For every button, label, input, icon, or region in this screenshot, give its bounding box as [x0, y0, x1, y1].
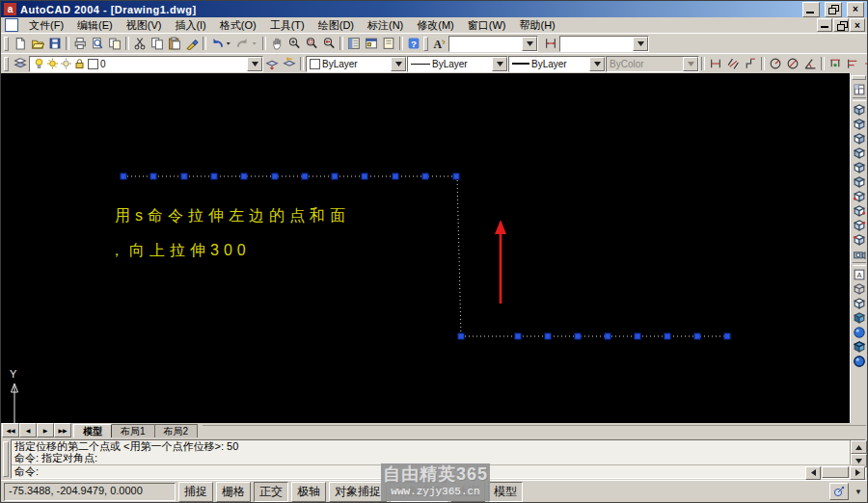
command-history[interactable]: 指定位移的第二个点或 <用第一个点作位移>: 50命令: 指定对角点:	[12, 440, 850, 464]
iso-sw-icon[interactable]	[852, 189, 867, 203]
menu-item-7[interactable]: 标注(N)	[361, 17, 410, 34]
shade-gouraud-edges-icon[interactable]	[852, 354, 867, 368]
color-control-combo[interactable]: ByLayer	[306, 56, 407, 72]
zoom-previous-icon[interactable]	[320, 37, 338, 51]
view-right-icon[interactable]	[852, 146, 867, 160]
status-toggle-grid[interactable]: 栅格	[216, 482, 251, 502]
scrollbar-thumb[interactable]	[822, 466, 849, 478]
tab-nav-last[interactable]: ▶▶	[54, 423, 71, 437]
dim-baseline-icon[interactable]	[844, 57, 861, 71]
chevron-down-icon[interactable]	[589, 57, 605, 71]
view-back-icon[interactable]	[852, 174, 867, 189]
layer-combo[interactable]: 0	[29, 56, 263, 72]
dim-ordinate-icon[interactable]	[742, 57, 759, 71]
toolbar-grip[interactable]	[852, 75, 866, 80]
doc-minimize-button[interactable]	[817, 18, 832, 32]
dim-radius-icon[interactable]	[767, 57, 784, 71]
menu-item-0[interactable]: 文件(F)	[22, 17, 70, 34]
help-icon[interactable]: ?	[405, 37, 422, 51]
view-left-icon[interactable]	[852, 131, 867, 146]
status-toggle-ortho[interactable]: 正交	[254, 482, 288, 502]
toolbar-grip[interactable]	[423, 37, 428, 51]
dim-linear-icon[interactable]	[707, 57, 724, 71]
linetype-control-combo[interactable]: ByLayer	[407, 56, 508, 72]
properties-icon[interactable]	[345, 37, 363, 51]
dim-diameter-icon[interactable]	[784, 57, 801, 71]
layer-bulb-icon[interactable]	[33, 58, 45, 70]
doc-restore-button[interactable]	[833, 18, 849, 32]
match-props-icon[interactable]	[183, 37, 201, 51]
zoom-realtime-icon[interactable]	[285, 37, 303, 51]
chevron-down-icon[interactable]	[492, 57, 507, 71]
status-toggle-osnap[interactable]: 对象捕捉	[329, 482, 387, 502]
pan-icon[interactable]	[268, 37, 285, 51]
layer-properties-manager-icon[interactable]	[12, 57, 29, 71]
zoom-window-icon[interactable]	[303, 37, 320, 51]
save-icon[interactable]	[46, 37, 64, 51]
new-icon[interactable]	[12, 37, 29, 51]
shade-gouraud-icon[interactable]	[852, 325, 867, 339]
iso-se-icon[interactable]	[852, 203, 867, 218]
make-object-layer-current-icon[interactable]	[263, 57, 281, 71]
preview-icon[interactable]	[89, 37, 106, 51]
undo-arrow-icon[interactable]	[226, 37, 234, 51]
status-toggle-model[interactable]: 模型	[488, 482, 523, 502]
paste-icon[interactable]	[166, 37, 183, 51]
command-horizontal-scrollbar[interactable]	[805, 466, 865, 478]
iso-nw-icon[interactable]	[852, 232, 867, 247]
chevron-down-icon[interactable]	[633, 37, 648, 51]
tab-layout1[interactable]: 布局1	[111, 424, 155, 437]
doc-close-button[interactable]: ×	[850, 18, 865, 32]
publish-icon[interactable]	[106, 37, 123, 51]
menu-item-4[interactable]: 格式(O)	[213, 17, 263, 34]
view-front-icon[interactable]	[852, 160, 867, 174]
shade-3d-wireframe-icon[interactable]	[852, 281, 867, 296]
cut-icon[interactable]	[131, 37, 149, 51]
drawing-canvas[interactable]: YX 用s命令拉伸左边的点和面，向上拉伸300	[1, 73, 850, 423]
toolbar-grip[interactable]	[4, 37, 9, 51]
text-style-icon[interactable]: A	[431, 37, 448, 51]
menu-item-9[interactable]: 窗口(W)	[461, 17, 513, 34]
menu-item-3[interactable]: 插入(I)	[168, 17, 212, 34]
dim-continue-icon[interactable]	[861, 57, 867, 71]
dim-style-icon[interactable]	[542, 37, 559, 51]
view-top-icon[interactable]	[852, 102, 867, 117]
status-toggle-polar[interactable]: 极轴	[291, 482, 326, 502]
status-menu-arrow-icon[interactable]: ▼	[854, 488, 864, 496]
close-button[interactable]: ×	[847, 2, 864, 17]
plot-icon[interactable]	[71, 37, 89, 51]
view-bottom-icon[interactable]	[852, 117, 867, 131]
dim-angular-icon[interactable]	[801, 57, 819, 71]
status-toggle-snap[interactable]: 捕捉	[178, 482, 213, 502]
tab-model[interactable]: 模型	[73, 424, 112, 437]
menu-item-6[interactable]: 绘图(D)	[312, 17, 361, 34]
layer-sun-icon[interactable]	[46, 58, 59, 70]
menu-item-10[interactable]: 帮助(H)	[513, 17, 562, 34]
redo-arrow-icon[interactable]	[252, 37, 260, 51]
scroll-left-icon[interactable]	[805, 466, 821, 480]
dim-style-combo[interactable]	[559, 36, 649, 52]
shade-flat-icon[interactable]	[852, 310, 867, 325]
scroll-right-icon[interactable]	[850, 466, 865, 480]
iso-ne-icon[interactable]	[852, 218, 867, 232]
lineweight-control-combo[interactable]: ByLayer	[508, 56, 606, 72]
command-vertical-scrollbar[interactable]	[850, 440, 865, 464]
layer-sun-viewport-icon[interactable]	[60, 58, 72, 70]
undo-icon[interactable]	[208, 37, 226, 51]
design-center-icon[interactable]	[363, 37, 380, 51]
chevron-down-icon[interactable]	[247, 57, 262, 71]
copy-icon[interactable]	[149, 37, 166, 51]
layer-lock-icon[interactable]	[73, 58, 86, 70]
scroll-up-icon[interactable]	[851, 440, 867, 454]
shade-hidden-icon[interactable]	[852, 296, 867, 310]
command-window-grip[interactable]	[3, 441, 9, 477]
text-style-combo[interactable]	[448, 36, 538, 52]
shade-flat-edges-icon[interactable]	[852, 339, 867, 354]
horizontal-scrollbar-track[interactable]	[203, 425, 866, 437]
tab-nav-prev[interactable]: ◀	[19, 423, 37, 437]
toolbar-grip[interactable]	[4, 57, 9, 71]
menu-item-2[interactable]: 视图(V)	[120, 17, 169, 34]
shade-2d-wireframe-icon[interactable]: A	[852, 267, 867, 281]
restore-button[interactable]	[825, 2, 842, 17]
camera-icon[interactable]	[852, 247, 867, 261]
